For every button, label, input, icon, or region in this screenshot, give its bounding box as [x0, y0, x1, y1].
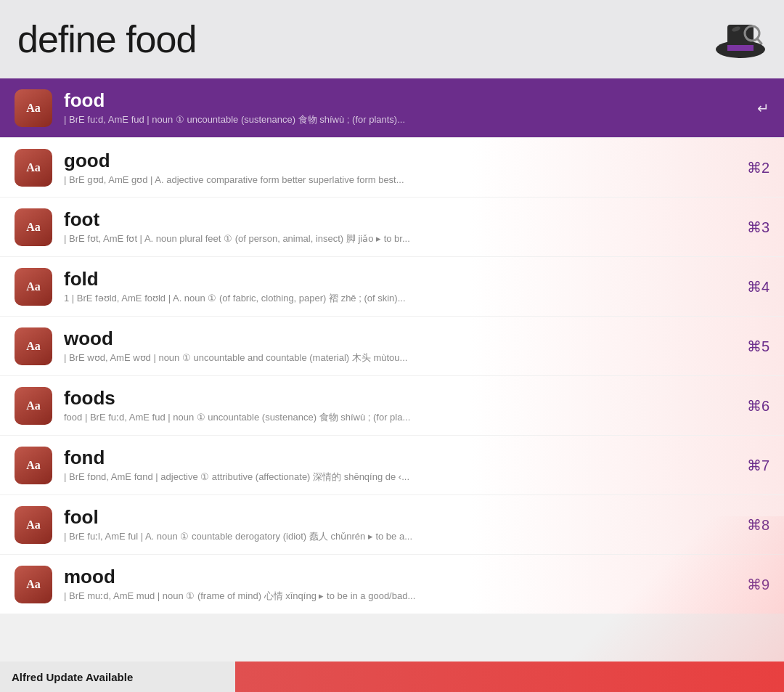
aa-label: Aa: [26, 399, 41, 412]
item-content: fool | BrE fuːl, AmE ful | A. noun ① cou…: [64, 506, 738, 543]
item-content: wood | BrE wʊd, AmE wʊd | noun ① uncount…: [64, 327, 738, 365]
dictionary-icon: Aa: [15, 327, 52, 365]
item-title: good: [64, 150, 738, 172]
item-content: fold 1 | BrE fəʊld, AmE foʊld | A. noun …: [64, 268, 738, 305]
svg-line-5: [757, 38, 761, 44]
item-shortcut: ⌘4: [747, 278, 769, 296]
dictionary-icon: Aa: [15, 89, 52, 127]
item-title: fold: [64, 268, 738, 290]
alfred-logo-icon: [714, 13, 767, 65]
item-title: foot: [64, 208, 738, 231]
result-item[interactable]: Aa wood | BrE wʊd, AmE wʊd | noun ① unco…: [0, 317, 784, 376]
item-subtitle: | BrE fuːl, AmE ful | A. noun ① countabl…: [64, 530, 688, 543]
item-title: wood: [64, 327, 738, 350]
aa-label: Aa: [26, 578, 41, 591]
dictionary-icon: Aa: [15, 149, 52, 187]
search-bar: define food: [0, 0, 784, 78]
result-item[interactable]: Aa foods food | BrE fuːd, AmE fud | noun…: [0, 376, 784, 436]
result-item[interactable]: Aa fold 1 | BrE fəʊld, AmE foʊld | A. no…: [0, 257, 784, 317]
status-text: Alfred Update Available: [12, 671, 133, 683]
item-shortcut: ⌘2: [747, 159, 769, 176]
item-shortcut: ⌘8: [747, 516, 769, 534]
aa-label: Aa: [26, 221, 41, 234]
item-subtitle: | BrE wʊd, AmE wʊd | noun ① uncountable …: [64, 351, 688, 365]
item-content: mood | BrE muːd, AmE mud | noun ① (frame…: [64, 566, 738, 603]
item-title: fond: [64, 447, 738, 469]
item-content: food | BrE fuːd, AmE fud | noun ① uncoun…: [64, 89, 748, 126]
svg-rect-2: [727, 45, 754, 51]
item-subtitle: 1 | BrE fəʊld, AmE foʊld | A. noun ① (of…: [64, 292, 688, 305]
result-item[interactable]: Aa fool | BrE fuːl, AmE ful | A. noun ① …: [0, 495, 784, 555]
item-shortcut: ⌘3: [747, 219, 769, 236]
status-bar: Alfred Update Available: [0, 662, 784, 692]
aa-label: Aa: [26, 340, 41, 353]
dictionary-icon: Aa: [15, 447, 52, 484]
item-content: foods food | BrE fuːd, AmE fud | noun ① …: [64, 387, 738, 424]
result-item[interactable]: Aa good | BrE gʊd, AmE gʊd | A. adjectiv…: [0, 138, 784, 198]
item-title: foods: [64, 387, 738, 410]
item-title: fool: [64, 506, 738, 529]
item-shortcut: ⌘9: [747, 576, 769, 593]
item-subtitle: | BrE fɒnd, AmE fɑnd | adjective ① attri…: [64, 471, 688, 484]
dictionary-icon: Aa: [15, 566, 52, 603]
item-subtitle: | BrE fuːd, AmE fud | noun ① uncountable…: [64, 113, 688, 126]
result-item[interactable]: Aa fond | BrE fɒnd, AmE fɑnd | adjective…: [0, 436, 784, 495]
item-content: good | BrE gʊd, AmE gʊd | A. adjective c…: [64, 150, 738, 184]
item-content: fond | BrE fɒnd, AmE fɑnd | adjective ① …: [64, 447, 738, 484]
item-shortcut: ⌘7: [747, 457, 769, 474]
dictionary-icon: Aa: [15, 506, 52, 544]
dictionary-icon: Aa: [15, 268, 52, 306]
search-query: define food: [17, 17, 196, 61]
item-shortcut: ⌘5: [747, 338, 769, 355]
aa-label: Aa: [26, 459, 41, 472]
item-subtitle: food | BrE fuːd, AmE fud | noun ① uncoun…: [64, 411, 688, 424]
item-shortcut: ⌘6: [747, 397, 769, 415]
aa-label: Aa: [26, 161, 41, 174]
item-subtitle: | BrE muːd, AmE mud | noun ① (frame of m…: [64, 590, 688, 603]
aa-label: Aa: [26, 518, 41, 532]
result-item[interactable]: Aa food | BrE fuːd, AmE fud | noun ① unc…: [0, 78, 784, 138]
item-title: food: [64, 89, 748, 112]
dictionary-icon: Aa: [15, 208, 52, 246]
item-subtitle: | BrE gʊd, AmE gʊd | A. adjective compar…: [64, 174, 688, 185]
item-title: mood: [64, 566, 738, 588]
result-item[interactable]: Aa mood | BrE muːd, AmE mud | noun ① (fr…: [0, 555, 784, 614]
item-shortcut: ↵: [757, 99, 769, 117]
aa-label: Aa: [26, 280, 41, 293]
result-item[interactable]: Aa foot | BrE fʊt, AmE fʊt | A. noun plu…: [0, 198, 784, 257]
results-list: Aa food | BrE fuːd, AmE fud | noun ① unc…: [0, 78, 784, 614]
item-content: foot | BrE fʊt, AmE fʊt | A. noun plural…: [64, 208, 738, 245]
dictionary-icon: Aa: [15, 387, 52, 425]
aa-label: Aa: [26, 102, 41, 115]
item-subtitle: | BrE fʊt, AmE fʊt | A. noun plural feet…: [64, 232, 688, 245]
